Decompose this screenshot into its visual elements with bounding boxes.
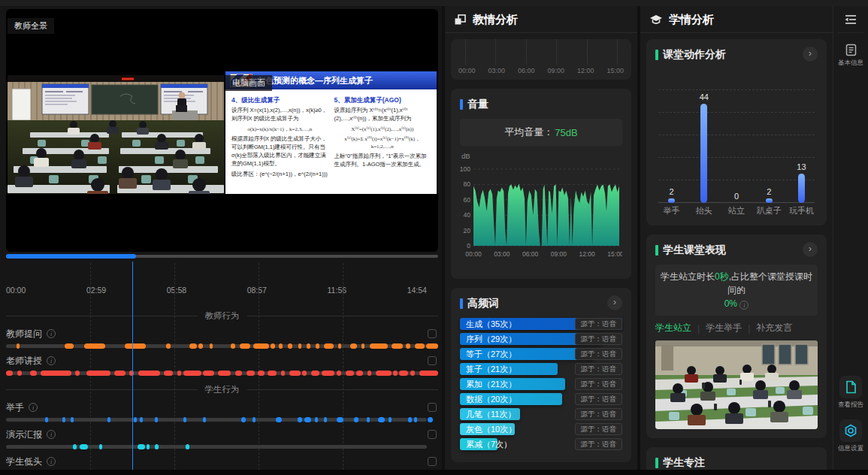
event-segment[interactable]	[279, 343, 283, 349]
event-segment[interactable]	[304, 417, 311, 422]
video-player[interactable]: 教师全景	[6, 9, 438, 252]
track-checkbox[interactable]	[428, 356, 437, 365]
event-segment[interactable]	[288, 343, 292, 349]
event-segment[interactable]	[415, 343, 425, 349]
event-segment[interactable]	[419, 371, 438, 376]
event-segment[interactable]	[183, 371, 201, 376]
video-progress-bar[interactable]	[6, 255, 438, 258]
event-segment[interactable]	[253, 417, 256, 422]
event-segment[interactable]	[361, 343, 365, 349]
event-segment[interactable]	[258, 371, 265, 376]
event-segment[interactable]	[166, 343, 171, 349]
sidebar-item-basic-info[interactable]: 基本信息	[833, 44, 868, 68]
info-icon[interactable]: i	[47, 356, 56, 365]
event-segment[interactable]	[408, 417, 412, 422]
action-bar[interactable]	[766, 198, 773, 203]
event-segment[interactable]	[356, 371, 363, 376]
event-segment[interactable]	[324, 343, 334, 349]
tab-supplementary-speech[interactable]: 补充发言	[756, 322, 792, 334]
event-segment[interactable]	[80, 444, 89, 449]
event-segment[interactable]	[147, 444, 150, 449]
class-performance-chevron-icon[interactable]: ›	[803, 242, 818, 257]
info-icon[interactable]: i	[739, 301, 749, 310]
timeline-playhead[interactable]	[132, 262, 133, 470]
event-segment[interactable]	[30, 371, 37, 376]
event-segment[interactable]	[218, 371, 231, 376]
info-icon[interactable]: i	[29, 403, 38, 412]
keywords-expand-chevron-icon[interactable]: ›	[607, 295, 622, 310]
event-segment[interactable]	[134, 417, 137, 422]
event-segment[interactable]	[183, 417, 186, 422]
event-segment[interactable]	[389, 417, 392, 422]
event-segment[interactable]	[246, 371, 256, 376]
event-segment[interactable]	[253, 343, 269, 349]
event-segment[interactable]	[311, 371, 320, 376]
event-segment[interactable]	[189, 343, 196, 349]
event-segment[interactable]	[164, 371, 173, 376]
sidebar-item-info-settings[interactable]: 信息设置	[833, 419, 868, 453]
event-segment[interactable]	[65, 343, 74, 349]
event-segment[interactable]	[338, 343, 342, 349]
event-segment[interactable]	[155, 444, 159, 449]
keyword-bar[interactable]: 几笔（11次）	[460, 408, 520, 420]
sidebar-item-view-report[interactable]: 查看报告	[833, 376, 868, 410]
event-segment[interactable]	[393, 371, 398, 376]
action-bar[interactable]	[700, 104, 707, 203]
event-segment[interactable]	[378, 417, 385, 422]
event-segment[interactable]	[410, 371, 415, 376]
track-checkbox[interactable]	[428, 457, 437, 466]
event-segment[interactable]	[75, 371, 80, 376]
event-segment[interactable]	[41, 371, 71, 376]
event-segment[interactable]	[426, 343, 438, 349]
event-segment[interactable]	[45, 417, 48, 422]
event-segment[interactable]	[298, 417, 302, 422]
event-segment[interactable]	[203, 371, 214, 376]
event-segment[interactable]	[140, 417, 143, 422]
event-segment[interactable]	[99, 444, 103, 449]
event-segment[interactable]	[268, 371, 277, 376]
event-segment[interactable]	[324, 417, 327, 422]
keyword-bar[interactable]: 灰色（10次）	[460, 423, 515, 435]
event-segment[interactable]	[138, 371, 160, 376]
action-bar[interactable]	[668, 198, 675, 203]
event-segment[interactable]	[114, 371, 126, 376]
event-segment[interactable]	[289, 371, 301, 376]
event-segment[interactable]	[241, 417, 246, 422]
event-segment[interactable]	[376, 371, 392, 376]
event-segment[interactable]	[107, 417, 110, 422]
event-segment[interactable]	[322, 371, 334, 376]
track-checkbox[interactable]	[428, 329, 437, 338]
event-segment[interactable]	[86, 371, 110, 376]
event-segment[interactable]	[276, 417, 281, 422]
event-segment[interactable]	[240, 343, 251, 349]
event-segment[interactable]	[235, 371, 242, 376]
event-segment[interactable]	[198, 343, 202, 349]
collapse-panel-icon[interactable]	[844, 14, 857, 26]
track-checkbox[interactable]	[428, 403, 437, 412]
keyword-bar[interactable]: 数据（20次）	[460, 393, 562, 405]
event-segment[interactable]	[350, 343, 357, 349]
event-segment[interactable]	[428, 417, 433, 422]
event-segment[interactable]	[84, 343, 106, 349]
action-bar[interactable]	[798, 174, 805, 203]
track-checkbox[interactable]	[428, 430, 437, 439]
tab-student-handraise[interactable]: 学生举手	[706, 322, 742, 334]
keyword-bar[interactable]: 累加（21次）	[460, 378, 565, 390]
event-segment[interactable]	[298, 343, 302, 349]
event-segment[interactable]	[354, 417, 358, 422]
info-icon[interactable]: i	[47, 457, 56, 466]
event-segment[interactable]	[125, 343, 146, 349]
keyword-bar[interactable]: 累减（7次）	[460, 438, 498, 450]
event-segment[interactable]	[392, 343, 403, 349]
tab-student-standing[interactable]: 学生站立	[655, 322, 691, 334]
event-segment[interactable]	[71, 417, 74, 422]
info-icon[interactable]: i	[47, 329, 56, 338]
event-segment[interactable]	[62, 417, 65, 422]
keyword-bar[interactable]: 算子（21次）	[460, 363, 558, 375]
event-segment[interactable]	[138, 444, 144, 449]
event-segment[interactable]	[203, 417, 206, 422]
event-segment[interactable]	[231, 343, 235, 349]
event-segment[interactable]	[315, 417, 318, 422]
event-segment[interactable]	[370, 343, 388, 349]
event-segment[interactable]	[186, 444, 189, 449]
